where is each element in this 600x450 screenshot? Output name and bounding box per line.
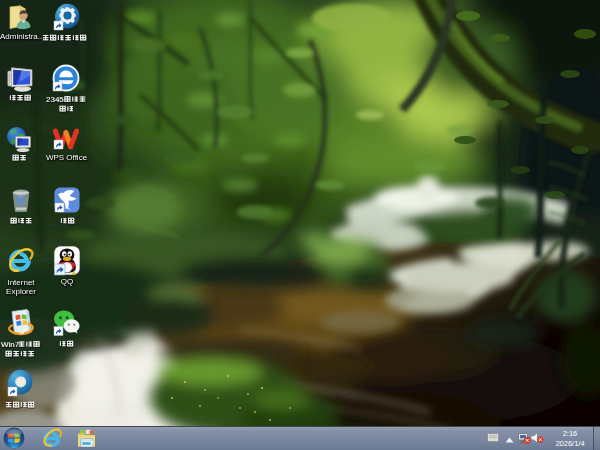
- svg-text:Win7: Win7: [1, 340, 20, 349]
- svg-text:2345: 2345: [46, 94, 64, 103]
